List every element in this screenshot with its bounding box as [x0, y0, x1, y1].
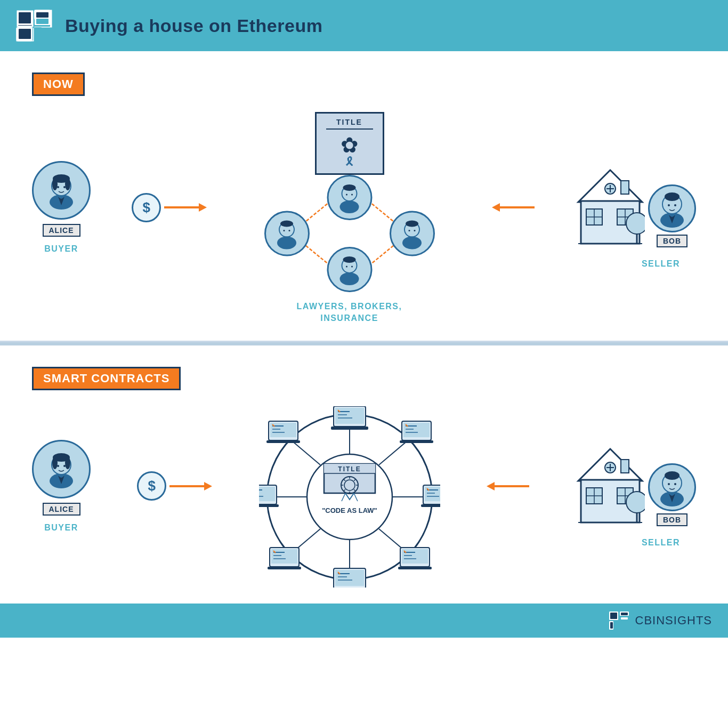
svg-point-78: [52, 456, 58, 469]
smart-seller-with-house: BOB: [576, 446, 696, 526]
section-now: NOW: [0, 51, 728, 342]
svg-rect-194: [621, 617, 628, 620]
svg-point-73: [668, 204, 670, 206]
broker-top: [327, 175, 372, 220]
svg-point-39: [280, 221, 293, 227]
footer: CBINSIGHTS: [0, 604, 728, 638]
bob-avatar-group: BOB: [648, 184, 696, 247]
cb-logo-icon: [16, 10, 54, 42]
svg-point-49: [343, 256, 355, 263]
smart-alice-label: ALICE: [43, 503, 80, 516]
footer-brand-prefix: CB: [635, 614, 653, 627]
svg-rect-130: [271, 549, 297, 564]
footer-brand-text: CBINSIGHTS: [635, 614, 712, 628]
svg-point-25: [57, 186, 59, 188]
smart-buyer-group: ALICE BUYER: [32, 440, 91, 533]
svg-rect-15: [35, 27, 42, 41]
svg-rect-102: [403, 423, 430, 437]
svg-rect-123: [335, 570, 364, 586]
title-document: TITLE ✿ 🎗: [315, 112, 384, 175]
svg-point-42: [288, 230, 290, 231]
svg-point-50: [339, 272, 359, 285]
svg-point-180: [626, 492, 645, 513]
svg-point-51: [346, 266, 347, 268]
svg-point-24: [65, 178, 70, 190]
svg-rect-17: [36, 12, 48, 18]
title-doc-label: TITLE: [326, 118, 373, 130]
now-badge: NOW: [32, 73, 85, 96]
smart-seller-role: SELLER: [642, 538, 680, 548]
footer-logo-icon: [609, 611, 631, 630]
smart-bob-avatar-group: BOB: [648, 463, 696, 526]
smart-seller-group: BOB SELLER: [576, 446, 696, 548]
svg-point-36: [346, 194, 347, 196]
bob-label: BOB: [657, 235, 687, 247]
page-title: Buying a house on Ethereum: [65, 15, 322, 36]
svg-rect-149: [266, 440, 300, 443]
svg-marker-54: [492, 203, 500, 212]
seller-group: BOB SELLER: [576, 167, 696, 269]
footer-brand-suffix: INSIGHTS: [652, 614, 712, 627]
svg-point-37: [351, 194, 353, 196]
bob-avatar: [648, 184, 696, 232]
smart-arrow-right-icon: [169, 478, 212, 494]
smart-bob-label: BOB: [657, 513, 687, 526]
smart-alice-avatar: [32, 440, 91, 498]
buyer-role: BUYER: [44, 244, 78, 254]
alice-label: ALICE: [43, 224, 80, 237]
svg-point-40: [277, 237, 296, 250]
house-icon: [576, 167, 645, 247]
svg-text:"CODE AS LAW": "CODE AS LAW": [322, 506, 377, 514]
svg-point-74: [674, 204, 676, 206]
broker-left: [264, 211, 310, 256]
smart-diagram: ALICE BUYER $: [32, 406, 696, 588]
blockchain-center: TITLE "CODE A: [259, 406, 440, 588]
now-diagram: ALICE BUYER $ TITLE ✿ 🎗: [32, 112, 696, 325]
smart-buyer-role: BUYER: [44, 523, 78, 533]
smart-dollar-symbol: $: [137, 471, 166, 501]
svg-rect-19: [19, 29, 31, 39]
svg-marker-83: [204, 482, 212, 490]
svg-rect-135: [268, 567, 301, 569]
title-seal-icon: ✿: [326, 133, 373, 157]
svg-marker-28: [199, 203, 207, 212]
svg-point-81: [63, 465, 66, 467]
arrow-right-icon: [164, 199, 207, 215]
alice-avatar: [32, 161, 91, 220]
svg-point-80: [57, 465, 59, 467]
svg-rect-121: [398, 567, 432, 569]
smart-bob-avatar: [648, 463, 696, 511]
svg-point-79: [65, 456, 70, 469]
svg-point-186: [674, 483, 676, 485]
svg-point-68: [626, 213, 645, 234]
svg-rect-196: [615, 622, 617, 629]
broker-bottom: [327, 247, 372, 292]
smart-contracts-badge: SMART CONTRACTS: [32, 367, 181, 390]
buyer-to-middle: $: [132, 193, 207, 222]
svg-point-72: [665, 192, 680, 201]
svg-rect-193: [621, 613, 628, 615]
dollar-symbol: $: [132, 193, 161, 222]
svg-point-23: [52, 178, 58, 190]
svg-point-185: [668, 483, 670, 485]
svg-point-45: [402, 237, 422, 250]
svg-rect-116: [402, 549, 428, 564]
svg-point-46: [408, 230, 410, 231]
svg-rect-16: [19, 12, 31, 23]
title-ribbon-icon: 🎗: [326, 155, 373, 169]
broker-diamond: [259, 175, 440, 292]
svg-rect-195: [610, 622, 613, 629]
svg-rect-100: [331, 427, 368, 430]
svg-rect-107: [400, 440, 433, 443]
middle-role-label: LAWYERS, BROKERS, INSURANCE: [297, 301, 402, 325]
svg-rect-137: [259, 487, 275, 501]
svg-point-35: [339, 200, 359, 213]
svg-rect-114: [421, 504, 440, 507]
header: Buying a house on Ethereum: [0, 0, 728, 51]
svg-rect-18: [36, 19, 48, 24]
broker-right: [390, 211, 435, 256]
smart-arrow-left-icon: [487, 478, 529, 494]
arrow-left-icon: [492, 199, 535, 215]
seller-to-middle: [492, 199, 535, 215]
smart-seller-to-middle: [487, 478, 529, 494]
